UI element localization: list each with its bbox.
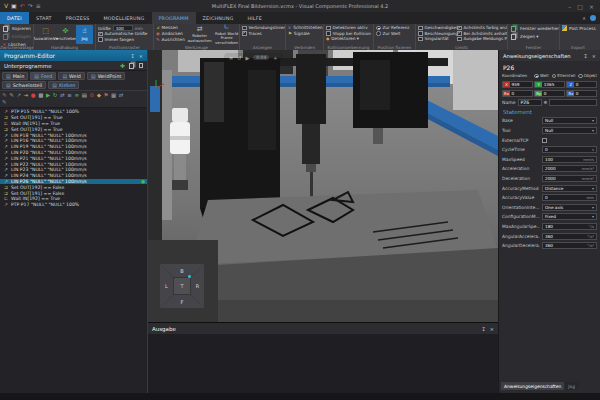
grid-size-input[interactable]: 100 — [113, 25, 133, 31]
select-configurationm[interactable]: Fixed▾ — [542, 213, 597, 220]
grid-icon[interactable]: ▦ — [111, 92, 116, 99]
detach-icon[interactable]: ■ — [38, 92, 43, 99]
copy-subprogram-icon[interactable] — [129, 63, 134, 69]
pin-icon[interactable]: ↧ — [131, 53, 135, 59]
redo-icon[interactable]: ↷ — [28, 3, 33, 9]
restore-button[interactable]: □ — [577, 3, 583, 10]
sim-speed-increase-icon[interactable]: + — [273, 55, 277, 61]
radio-elternteil[interactable]: Elternteil — [552, 73, 576, 79]
signals-button[interactable]: ⚑Signale — [288, 31, 321, 36]
subprogram-chip-weldpoint[interactable]: ▤WeldPoint — [87, 72, 125, 80]
checkbox-ausgabe-meldungs-panel[interactable]: Ausgabe Meldungs Panel — [457, 36, 508, 42]
move-button[interactable]: ✜Verschieben — [56, 25, 75, 44]
restore-windows-button[interactable]: Fenster wiederherstellen — [510, 25, 557, 32]
api-icon[interactable]: ⇄ — [119, 92, 124, 99]
halt-icon[interactable]: ⊘ — [89, 92, 94, 99]
call-subprogram-icon[interactable]: ▶ — [46, 92, 50, 99]
record-icon[interactable]: ● — [31, 92, 36, 99]
coordinate-field-rz[interactable]: Rz0 — [566, 90, 597, 97]
input-cycletime[interactable]: 0s — [542, 146, 597, 153]
close-button[interactable]: × — [589, 3, 594, 10]
tab-datei[interactable]: DATEI — [0, 12, 29, 24]
select-base[interactable]: Null▾ — [542, 117, 597, 124]
pin-icon[interactable]: ↧ — [482, 326, 486, 332]
comment-icon[interactable]: ◆ — [97, 92, 101, 99]
input-accuracyvalue[interactable]: 0mm — [542, 194, 597, 201]
delete-subprogram-icon[interactable] — [139, 63, 143, 68]
coordinate-field-x[interactable]: X959 — [502, 81, 533, 88]
view-navigation-cube[interactable]: B L T R F — [160, 264, 204, 308]
attach-icon[interactable]: ⇥ — [24, 92, 29, 99]
select-orientationinte[interactable]: One axis▾ — [542, 204, 597, 211]
select-button[interactable]: ⬚Auswählen ▾ — [36, 25, 55, 44]
coordinate-field-rx[interactable]: Rx0 — [502, 90, 533, 97]
robot-exchange-button[interactable]: ⇄Roboter austauschen — [187, 25, 213, 44]
set-property-icon[interactable]: ▤ — [82, 92, 87, 99]
program-statement[interactable]: ↗PTP P17 "NULL" "NULL" 100% — [0, 202, 147, 208]
subprogram-chip-main[interactable]: ▤Main — [2, 72, 28, 80]
select-tool[interactable]: Null▾ — [542, 127, 597, 134]
customize-icon[interactable]: ≡ — [36, 3, 41, 9]
detectors-dropdown[interactable]: ◆Detektoren ▾ — [326, 36, 371, 41]
if-statement-icon[interactable]: ≡ — [67, 92, 72, 99]
loop-icon[interactable]: ↻ — [53, 92, 58, 99]
subprogram-chip-weld[interactable]: ▤Weld — [58, 72, 85, 80]
close-panel-icon[interactable]: × — [490, 326, 494, 332]
vc-logo[interactable]: V — [4, 3, 8, 9]
checkbox-detektoren-aktiv[interactable]: Detektoren aktiv — [326, 25, 371, 31]
align-button[interactable]: ✎Ausrichten — [156, 37, 185, 42]
name-input[interactable]: P26 — [518, 99, 542, 106]
input-maxspeed[interactable]: 100mm/s — [542, 156, 597, 163]
input-angulardecelera[interactable]: 360°/s² — [542, 242, 597, 249]
touchup-icon[interactable]: ✎ — [2, 99, 7, 106]
checkbox-traces[interactable]: ✓Traces — [242, 31, 283, 37]
coordinate-field-y[interactable]: Y1365 — [534, 81, 565, 88]
tab-prozess[interactable]: PROZESS — [59, 12, 97, 24]
checkbox-bei-achslimits-anhalten[interactable]: ✓Bei Achslimits anhalten — [457, 31, 508, 37]
coordinate-field-z[interactable]: Z0 — [566, 81, 597, 88]
view-top-face[interactable]: T — [174, 278, 190, 294]
tab-start[interactable]: START — [29, 12, 59, 24]
checkbox-singularität[interactable]: Singularität — [418, 36, 454, 42]
interfaces-button[interactable]: ⋎Schnittstellen — [288, 25, 321, 30]
footer-tab-jog[interactable]: Jog — [565, 382, 578, 390]
radio-zur-referenz[interactable]: Zur Referenz — [376, 25, 413, 31]
radio-objekt[interactable]: Objekt — [578, 73, 597, 79]
3d-viewport[interactable]: ≡ ↺ ▶ 0.04 + B L T R F — [148, 50, 498, 322]
checkbox-automatische-größe[interactable]: ✓Automatische Größe — [98, 31, 151, 37]
paste-button[interactable]: Einfügen — [2, 33, 31, 40]
input-angularaccelera[interactable]: 360°/s² — [542, 233, 597, 240]
minimize-button[interactable]: – — [568, 3, 571, 10]
tab-modellierung[interactable]: MODELLIERUNG — [97, 12, 152, 24]
input-deceleration[interactable]: 2000mm/s² — [542, 175, 597, 182]
name-suffix-input[interactable] — [549, 99, 597, 106]
checkbox-achslimits-farbig-anzeigen[interactable]: ✓Achslimits farbig anzeigen — [457, 25, 508, 31]
show-windows-dropdown[interactable]: Zeigen ▾ — [510, 33, 557, 40]
measure-button[interactable]: ⊿Messen — [156, 25, 185, 30]
close-panel-icon[interactable]: × — [139, 53, 143, 59]
sim-play-icon[interactable]: ▶ — [245, 55, 249, 61]
joint-move-icon[interactable]: ↗ — [16, 92, 21, 99]
checkbox-externaltcp[interactable] — [542, 138, 547, 143]
post-process-button[interactable]: Post Process — [562, 25, 594, 31]
tab-hilfe[interactable]: HILFE — [240, 12, 268, 24]
save-icon[interactable]: ▣ — [11, 3, 17, 9]
snap-button[interactable]: ◉Andocken — [156, 31, 185, 36]
checkbox-immer-fangen[interactable]: Immer fangen — [98, 37, 151, 43]
close-panel-icon[interactable]: × — [592, 53, 596, 59]
sim-reset-icon[interactable]: ↺ — [237, 55, 241, 61]
collapse-ribbon-icon[interactable]: ∧ — [582, 15, 586, 21]
input-maxangularspe[interactable]: 180°/s — [542, 223, 597, 230]
copy-button[interactable]: Kopieren — [2, 25, 31, 32]
while-statement-icon[interactable]: ∞ — [74, 92, 79, 99]
add-subprogram-icon[interactable]: ✚ — [120, 62, 125, 69]
radio-zur-welt[interactable]: Zur Welt — [376, 31, 413, 37]
ptp-statement-icon[interactable]: ✎ — [2, 92, 7, 99]
subprogram-chip-kleben[interactable]: ▤Kleben — [48, 81, 79, 89]
select-accuracymethod[interactable]: Distance▾ — [542, 185, 597, 192]
footer-tab-anweisungseigenschaften[interactable]: Anweisungseigenschaften — [501, 382, 564, 390]
tab-zeichnung[interactable]: ZEICHNUNG — [196, 12, 241, 24]
pin-icon[interactable]: ↧ — [584, 53, 588, 59]
branch-icon[interactable]: ⇄ — [60, 92, 65, 99]
sync-icon[interactable]: ⚑ — [103, 92, 108, 99]
